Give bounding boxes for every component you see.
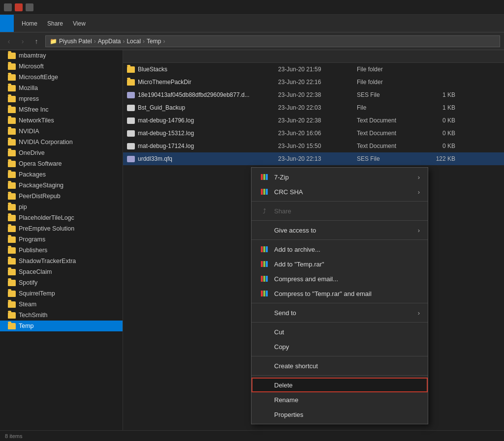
submenu-arrow-icon: › xyxy=(418,227,420,234)
file-tab[interactable] xyxy=(0,15,14,32)
folder-icon xyxy=(8,312,16,319)
submenu-arrow-icon: › xyxy=(418,309,420,317)
sidebar-item-label: NVIDIA xyxy=(19,128,39,135)
folder-icon xyxy=(8,301,16,308)
empty-icon xyxy=(259,226,269,234)
sidebar-item-packagestaging[interactable]: PackageStaging xyxy=(0,180,123,191)
context-menu-item-copy[interactable]: Copy xyxy=(252,339,428,354)
file-date: 23-Jun-20 22:16 xyxy=(278,79,357,86)
context-menu-separator xyxy=(252,356,428,356)
context-menu-label: Send to xyxy=(274,309,296,317)
context-menu-item-zip[interactable]: 7-Zip› xyxy=(252,170,428,184)
context-menu-item-cut[interactable]: Cut xyxy=(252,324,428,339)
context-menu: 7-Zip›CRC SHA›⤴ShareGive access to›Add t… xyxy=(251,167,428,424)
table-row[interactable]: Bst_Guid_Backup23-Jun-20 22:03File1 KB xyxy=(123,101,504,114)
sidebar-item-nvidia[interactable]: NVIDIA xyxy=(0,126,123,137)
sidebar-item-pip[interactable]: pip xyxy=(0,202,123,212)
up-button[interactable]: ↑ xyxy=(32,36,41,46)
sidebar-item-microsoftedge[interactable]: MicrosoftEdge xyxy=(0,72,123,83)
sidebar-item-label: Temp xyxy=(19,323,34,329)
file-name: mat-debug-14796.log xyxy=(138,117,278,124)
sidebar-item-temp[interactable]: Temp xyxy=(0,321,123,331)
sidebar-item-peerdistrepub[interactable]: PeerDistRepub xyxy=(0,191,123,202)
sidebar-item-networktiles[interactable]: NetworkTiles xyxy=(0,115,123,126)
sidebar-item-techsmith[interactable]: TechSmith xyxy=(0,310,123,321)
context-menu-item-createshortcut[interactable]: Create shortcut xyxy=(252,358,428,373)
context-menu-item-giveaccessto[interactable]: Give access to› xyxy=(252,223,428,237)
context-menu-label: 7-Zip xyxy=(274,174,289,181)
sidebar-item-onedrive[interactable]: OneDrive xyxy=(0,147,123,158)
sidebar-item-mozilla[interactable]: Mozilla xyxy=(0,83,123,93)
sidebar-item-shadowtrackerextra[interactable]: ShadowTrackerExtra xyxy=(0,256,123,266)
ribbon: Home Share View xyxy=(0,15,504,32)
sidebar-item-label: SpaceClaim xyxy=(19,268,52,275)
address-path[interactable]: 📁 Piyush Patel › AppData › Local › Temp … xyxy=(45,35,500,47)
sidebar-item-label: pip xyxy=(19,204,27,210)
context-menu-item-crcsha[interactable]: CRC SHA› xyxy=(252,184,428,199)
file-type: Text Document xyxy=(357,117,421,124)
path-local: Local xyxy=(126,38,141,45)
sidebar-item-preemptive-solution[interactable]: PreEmptive Solution xyxy=(0,223,123,234)
empty-icon xyxy=(259,396,269,404)
folder-icon xyxy=(8,269,16,275)
sidebar-item-spaceclaim[interactable]: SpaceClaim xyxy=(0,266,123,277)
sidebar-item-programs[interactable]: Programs xyxy=(0,234,123,245)
titlebar-icons xyxy=(4,3,33,11)
context-menu-item-sendto[interactable]: Send to› xyxy=(252,305,428,320)
notepad-icon xyxy=(15,3,23,11)
empty-icon xyxy=(259,343,269,351)
context-menu-item-rename[interactable]: Rename xyxy=(252,392,428,407)
sidebar-item-label: mbamtray xyxy=(19,52,46,59)
table-row[interactable]: MicroThemePackDir23-Jun-20 22:16File fol… xyxy=(123,76,504,88)
back-button[interactable]: ‹ xyxy=(4,36,14,46)
context-menu-label: Copy xyxy=(274,343,289,351)
folder-icon xyxy=(8,63,16,70)
sidebar: mbamtrayMicrosoftMicrosoftEdgeMozillampr… xyxy=(0,50,123,441)
folder-icon xyxy=(8,96,16,102)
sidebar-item-steam[interactable]: Steam xyxy=(0,299,123,310)
sidebar-item-mbamtray[interactable]: mbamtray xyxy=(0,50,123,61)
context-menu-item-delete[interactable]: Delete xyxy=(252,378,428,392)
sidebar-item-microsoft[interactable]: Microsoft xyxy=(0,61,123,72)
table-row[interactable]: 18e190413af045db88dfbd29609eb877.d...23-… xyxy=(123,88,504,101)
home-tab[interactable]: Home xyxy=(22,18,37,29)
file-size: 1 KB xyxy=(421,104,460,111)
sidebar-item-label: PeerDistRepub xyxy=(19,193,61,200)
context-menu-separator xyxy=(252,322,428,323)
file-name: 18e190413af045db88dfbd29609eb877.d... xyxy=(138,91,278,98)
table-row[interactable]: mat-debug-17124.log23-Jun-20 15:50Text D… xyxy=(123,140,504,152)
context-menu-item-compressandemail[interactable]: Compress and email... xyxy=(252,271,428,286)
sidebar-item-packages[interactable]: Packages xyxy=(0,169,123,180)
context-menu-item-compresstotemprarandemail[interactable]: Compress to "Temp.rar" and email xyxy=(252,286,428,301)
sidebar-item-spotify[interactable]: Spotify xyxy=(0,277,123,288)
titlebar xyxy=(0,0,504,15)
folder-icon xyxy=(8,107,16,113)
sidebar-item-label: PackageStaging xyxy=(19,182,63,189)
file-date: 23-Jun-20 21:59 xyxy=(278,66,357,73)
empty-icon xyxy=(259,411,269,418)
context-menu-item-addtoarchive[interactable]: Add to archive... xyxy=(252,242,428,257)
file-name: mat-debug-17124.log xyxy=(138,143,278,149)
sidebar-item-placeholdertilelogc[interactable]: PlaceholderTileLogc xyxy=(0,212,123,223)
share-tab[interactable]: Share xyxy=(47,18,63,29)
sidebar-item-label: mpress xyxy=(19,95,39,102)
table-row[interactable]: urddl33m.qfq23-Jun-20 22:13SES File122 K… xyxy=(123,152,504,165)
sidebar-item-label: Microsoft xyxy=(19,63,44,70)
table-row[interactable]: mat-debug-15312.log23-Jun-20 16:06Text D… xyxy=(123,127,504,140)
context-menu-label: Give access to xyxy=(274,227,316,234)
sidebar-item-mpress[interactable]: mpress xyxy=(0,93,123,104)
sidebar-item-msfree-inc[interactable]: MSfree Inc xyxy=(0,104,123,115)
sidebar-item-squirreltemp[interactable]: SquirrelTemp xyxy=(0,288,123,299)
folder-icon xyxy=(8,226,16,232)
forward-button[interactable]: › xyxy=(18,36,28,46)
folder-icon xyxy=(127,79,135,86)
view-tab[interactable]: View xyxy=(73,18,86,29)
context-menu-item-properties[interactable]: Properties xyxy=(252,407,428,422)
sidebar-item-publishers[interactable]: Publishers xyxy=(0,245,123,256)
sidebar-item-label: NetworkTiles xyxy=(19,117,54,124)
sidebar-item-nvidia-corporation[interactable]: NVIDIA Corporation xyxy=(0,137,123,147)
context-menu-item-addtotemprar[interactable]: Add to "Temp.rar" xyxy=(252,257,428,271)
table-row[interactable]: mat-debug-14796.log23-Jun-20 22:38Text D… xyxy=(123,114,504,127)
sidebar-item-opera-software[interactable]: Opera Software xyxy=(0,158,123,169)
table-row[interactable]: BlueStacks23-Jun-20 21:59File folder xyxy=(123,63,504,76)
